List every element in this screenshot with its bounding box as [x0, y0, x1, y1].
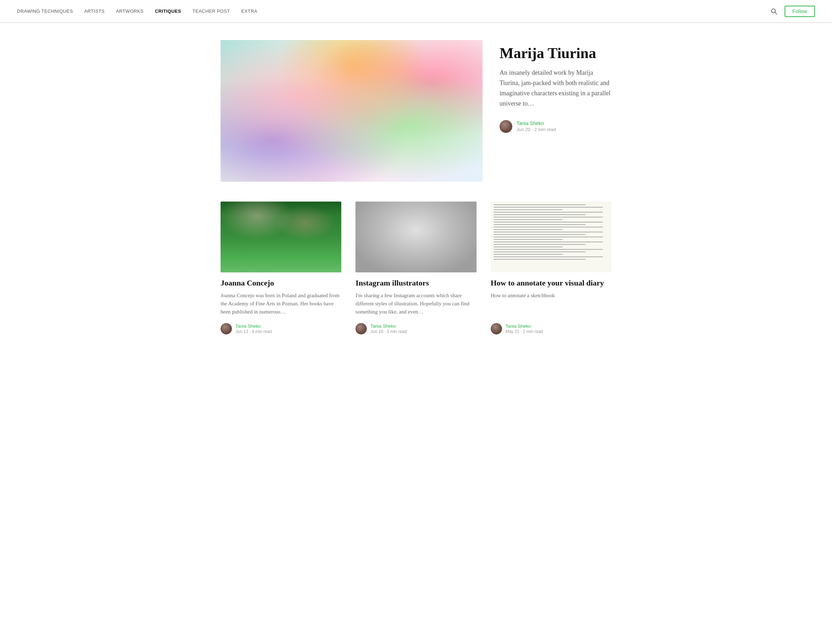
- featured-post-date: Jun 20: [517, 127, 530, 132]
- notebook-line: [494, 227, 603, 227]
- nav-right: Follow: [770, 6, 815, 17]
- grid-avatar-joanna[interactable]: [221, 323, 232, 335]
- featured-author-name[interactable]: Tania Sheko: [517, 120, 556, 126]
- notebook-line: [494, 209, 563, 210]
- notebook-line: [494, 234, 586, 235]
- grid-author-row-instagram: Tania Sheko Jun 10 · 3 min read: [355, 323, 476, 335]
- grid-card-annotate-diary: How to annotate your visual diary How to…: [491, 202, 611, 335]
- grid-card-desc-joanna: Joanna Concejo was born in Poland and gr…: [221, 292, 341, 316]
- avatar-image: [499, 120, 512, 133]
- notebook-line: [494, 244, 586, 245]
- notebook-line: [494, 232, 603, 232]
- nav-item-critiques[interactable]: CRITIQUES: [155, 8, 181, 14]
- grid-card-desc-instagram: I'm sharing a few Instagram accounts whi…: [355, 292, 476, 316]
- grid-author-row-annotate: Tania Sheko May 21 · 2 min read: [491, 323, 611, 335]
- featured-post: Marija Tiurina An insanely detailed work…: [221, 40, 611, 182]
- notebook-line: [494, 237, 603, 237]
- follow-button[interactable]: Follow: [784, 6, 815, 17]
- notebook-line: [494, 254, 563, 255]
- grid-author-info-instagram: Tania Sheko Jun 10 · 3 min read: [370, 324, 407, 334]
- grid-post-date-joanna: Jun 13: [235, 329, 248, 334]
- grid-author-name-joanna[interactable]: Tania Sheko: [235, 324, 272, 329]
- avatar-image-instagram: [355, 323, 367, 335]
- notebook-line: [494, 247, 563, 247]
- featured-author-row: Tania Sheko Jun 20 · 2 min read: [499, 120, 611, 133]
- notebook-line: [494, 239, 563, 240]
- notebook-line: [494, 217, 603, 218]
- notebook-line: [494, 212, 603, 213]
- notebook-line: [494, 222, 603, 223]
- search-icon[interactable]: [770, 8, 778, 15]
- avatar-image-annotate: [491, 323, 502, 335]
- svg-line-1: [775, 13, 777, 14]
- grid-post-date-instagram: Jun 10: [370, 329, 383, 334]
- notebook-line: [494, 252, 586, 252]
- featured-post-image[interactable]: [221, 40, 483, 182]
- grid-card-title-annotate[interactable]: How to annotate your visual diary: [491, 278, 611, 288]
- notebook-line: [494, 204, 586, 205]
- grid-post-meta-annotate: May 21 · 2 min read: [506, 329, 543, 334]
- grid-read-time-joanna: 4 min read: [252, 329, 272, 334]
- grid-read-time-annotate: 2 min read: [523, 329, 543, 334]
- featured-author-avatar[interactable]: [499, 120, 512, 133]
- grid-author-name-annotate[interactable]: Tania Sheko: [506, 324, 543, 329]
- featured-artwork-illustration: [221, 40, 483, 182]
- nav-links: DRAWING TECHNIQUES ARTISTS ARTWORKS CRIT…: [17, 8, 258, 14]
- svg-point-0: [771, 9, 775, 13]
- notebook-line: [494, 229, 563, 230]
- nav-item-teacher-post[interactable]: TEACHER POST: [193, 8, 230, 14]
- grid-card-desc-annotate: How to annotate a sketchbook: [491, 292, 611, 316]
- grid-card-image-joanna[interactable]: [221, 202, 341, 272]
- grid-card-title-instagram[interactable]: Instagram illustrators: [355, 278, 476, 288]
- featured-post-title[interactable]: Marija Tiurina: [499, 44, 611, 62]
- notebook-line: [494, 256, 603, 257]
- grid-read-time-instagram: 3 min read: [387, 329, 407, 334]
- featured-read-time: 2 min read: [534, 127, 556, 132]
- nav-item-drawing-techniques[interactable]: DRAWING TECHNIQUES: [17, 8, 73, 14]
- grid-post-meta-instagram: Jun 10 · 3 min read: [370, 329, 407, 334]
- notebook-line: [494, 219, 563, 220]
- notebook-line: [494, 224, 586, 225]
- grid-author-info-joanna: Tania Sheko Jun 13 · 4 min read: [235, 324, 272, 334]
- avatar-image-joanna: [221, 323, 232, 335]
- notebook-lines: [494, 204, 609, 269]
- grid-author-info-annotate: Tania Sheko May 21 · 2 min read: [506, 324, 543, 334]
- forest-artwork-image: [221, 202, 341, 272]
- grid-card-image-annotate[interactable]: [491, 202, 611, 272]
- featured-post-text: Marija Tiurina An insanely detailed work…: [499, 40, 611, 133]
- grid-avatar-instagram[interactable]: [355, 323, 367, 335]
- grid-card-image-instagram[interactable]: [355, 202, 476, 272]
- notebook-artwork-image: [491, 202, 611, 272]
- grid-avatar-annotate[interactable]: [491, 323, 502, 335]
- posts-grid: Joanna Concejo Joanna Concejo was born i…: [221, 202, 611, 335]
- notebook-line: [494, 242, 603, 242]
- featured-post-description: An insanely detailed work by Marija Tiur…: [499, 68, 611, 108]
- notebook-line: [494, 259, 586, 260]
- featured-author-meta: Tania Sheko Jun 20 · 2 min read: [517, 120, 556, 132]
- grid-card-title-joanna[interactable]: Joanna Concejo: [221, 278, 341, 288]
- main-content: Marija Tiurina An insanely detailed work…: [203, 23, 629, 356]
- nav-item-artists[interactable]: ARTISTS: [84, 8, 104, 14]
- portrait-artwork-image: [355, 202, 476, 272]
- nav-item-extra[interactable]: EXTRA: [241, 8, 257, 14]
- grid-post-date-annotate: May 21: [506, 329, 519, 334]
- grid-card-instagram-illustrators: Instagram illustrators I'm sharing a few…: [355, 202, 476, 335]
- notebook-line: [494, 207, 603, 208]
- grid-card-joanna-concejo: Joanna Concejo Joanna Concejo was born i…: [221, 202, 341, 335]
- grid-post-meta-joanna: Jun 13 · 4 min read: [235, 329, 272, 334]
- notebook-line: [494, 214, 586, 215]
- navbar: DRAWING TECHNIQUES ARTISTS ARTWORKS CRIT…: [0, 0, 832, 22]
- nav-item-artworks[interactable]: ARTWORKS: [116, 8, 143, 14]
- grid-author-name-instagram[interactable]: Tania Sheko: [370, 324, 407, 329]
- featured-post-meta: Jun 20 · 2 min read: [517, 127, 556, 132]
- notebook-line: [494, 249, 603, 250]
- grid-author-row-joanna: Tania Sheko Jun 13 · 4 min read: [221, 323, 341, 335]
